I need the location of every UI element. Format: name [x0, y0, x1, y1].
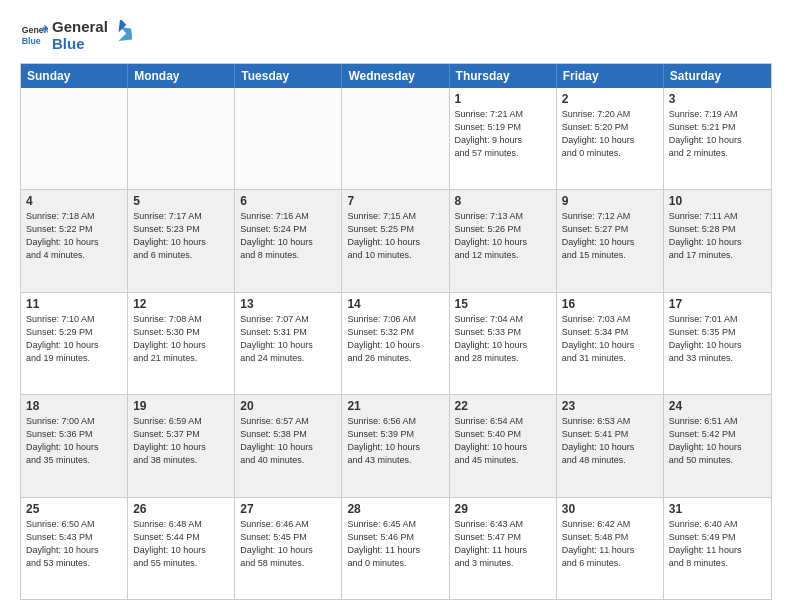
day-number-20: 20 — [240, 399, 336, 413]
day-number-5: 5 — [133, 194, 229, 208]
logo-general: General — [52, 18, 108, 35]
page: General Blue General Blue SundayMondayTu… — [0, 0, 792, 612]
day-number-2: 2 — [562, 92, 658, 106]
day-number-23: 23 — [562, 399, 658, 413]
day-number-1: 1 — [455, 92, 551, 106]
cal-day-26: 26Sunrise: 6:48 AM Sunset: 5:44 PM Dayli… — [128, 498, 235, 600]
day-number-30: 30 — [562, 502, 658, 516]
day-info-27: Sunrise: 6:46 AM Sunset: 5:45 PM Dayligh… — [240, 518, 336, 570]
cal-day-17: 17Sunrise: 7:01 AM Sunset: 5:35 PM Dayli… — [664, 293, 771, 395]
day-info-31: Sunrise: 6:40 AM Sunset: 5:49 PM Dayligh… — [669, 518, 766, 570]
day-info-22: Sunrise: 6:54 AM Sunset: 5:40 PM Dayligh… — [455, 415, 551, 467]
calendar-header-row: SundayMondayTuesdayWednesdayThursdayFrid… — [21, 64, 771, 88]
day-info-24: Sunrise: 6:51 AM Sunset: 5:42 PM Dayligh… — [669, 415, 766, 467]
day-number-14: 14 — [347, 297, 443, 311]
day-number-21: 21 — [347, 399, 443, 413]
cal-day-13: 13Sunrise: 7:07 AM Sunset: 5:31 PM Dayli… — [235, 293, 342, 395]
day-info-20: Sunrise: 6:57 AM Sunset: 5:38 PM Dayligh… — [240, 415, 336, 467]
day-info-3: Sunrise: 7:19 AM Sunset: 5:21 PM Dayligh… — [669, 108, 766, 160]
day-info-6: Sunrise: 7:16 AM Sunset: 5:24 PM Dayligh… — [240, 210, 336, 262]
cal-day-2: 2Sunrise: 7:20 AM Sunset: 5:20 PM Daylig… — [557, 88, 664, 190]
day-number-28: 28 — [347, 502, 443, 516]
day-number-29: 29 — [455, 502, 551, 516]
header-day-friday: Friday — [557, 64, 664, 88]
day-info-11: Sunrise: 7:10 AM Sunset: 5:29 PM Dayligh… — [26, 313, 122, 365]
cal-day-4: 4Sunrise: 7:18 AM Sunset: 5:22 PM Daylig… — [21, 190, 128, 292]
day-number-7: 7 — [347, 194, 443, 208]
cal-day-3: 3Sunrise: 7:19 AM Sunset: 5:21 PM Daylig… — [664, 88, 771, 190]
cal-day-1: 1Sunrise: 7:21 AM Sunset: 5:19 PM Daylig… — [450, 88, 557, 190]
cal-day-5: 5Sunrise: 7:17 AM Sunset: 5:23 PM Daylig… — [128, 190, 235, 292]
day-number-6: 6 — [240, 194, 336, 208]
day-info-17: Sunrise: 7:01 AM Sunset: 5:35 PM Dayligh… — [669, 313, 766, 365]
day-info-12: Sunrise: 7:08 AM Sunset: 5:30 PM Dayligh… — [133, 313, 229, 365]
day-number-11: 11 — [26, 297, 122, 311]
day-number-18: 18 — [26, 399, 122, 413]
day-info-13: Sunrise: 7:07 AM Sunset: 5:31 PM Dayligh… — [240, 313, 336, 365]
day-info-30: Sunrise: 6:42 AM Sunset: 5:48 PM Dayligh… — [562, 518, 658, 570]
day-info-10: Sunrise: 7:11 AM Sunset: 5:28 PM Dayligh… — [669, 210, 766, 262]
day-number-31: 31 — [669, 502, 766, 516]
logo: General Blue General Blue — [20, 18, 132, 53]
cal-empty-cell — [21, 88, 128, 190]
day-number-8: 8 — [455, 194, 551, 208]
day-number-4: 4 — [26, 194, 122, 208]
day-number-16: 16 — [562, 297, 658, 311]
day-info-16: Sunrise: 7:03 AM Sunset: 5:34 PM Dayligh… — [562, 313, 658, 365]
logo-icon: General Blue — [20, 21, 48, 49]
day-number-17: 17 — [669, 297, 766, 311]
header-day-sunday: Sunday — [21, 64, 128, 88]
day-number-12: 12 — [133, 297, 229, 311]
cal-day-30: 30Sunrise: 6:42 AM Sunset: 5:48 PM Dayli… — [557, 498, 664, 600]
day-info-2: Sunrise: 7:20 AM Sunset: 5:20 PM Dayligh… — [562, 108, 658, 160]
day-number-22: 22 — [455, 399, 551, 413]
day-info-23: Sunrise: 6:53 AM Sunset: 5:41 PM Dayligh… — [562, 415, 658, 467]
day-info-18: Sunrise: 7:00 AM Sunset: 5:36 PM Dayligh… — [26, 415, 122, 467]
cal-empty-cell — [128, 88, 235, 190]
header: General Blue General Blue — [20, 18, 772, 53]
calendar-row-2: 11Sunrise: 7:10 AM Sunset: 5:29 PM Dayli… — [21, 292, 771, 395]
day-info-4: Sunrise: 7:18 AM Sunset: 5:22 PM Dayligh… — [26, 210, 122, 262]
cal-day-19: 19Sunrise: 6:59 AM Sunset: 5:37 PM Dayli… — [128, 395, 235, 497]
cal-day-18: 18Sunrise: 7:00 AM Sunset: 5:36 PM Dayli… — [21, 395, 128, 497]
cal-day-11: 11Sunrise: 7:10 AM Sunset: 5:29 PM Dayli… — [21, 293, 128, 395]
day-number-26: 26 — [133, 502, 229, 516]
cal-day-24: 24Sunrise: 6:51 AM Sunset: 5:42 PM Dayli… — [664, 395, 771, 497]
day-info-7: Sunrise: 7:15 AM Sunset: 5:25 PM Dayligh… — [347, 210, 443, 262]
calendar-row-3: 18Sunrise: 7:00 AM Sunset: 5:36 PM Dayli… — [21, 394, 771, 497]
logo-blue: Blue — [52, 35, 108, 52]
cal-day-10: 10Sunrise: 7:11 AM Sunset: 5:28 PM Dayli… — [664, 190, 771, 292]
day-number-19: 19 — [133, 399, 229, 413]
day-info-28: Sunrise: 6:45 AM Sunset: 5:46 PM Dayligh… — [347, 518, 443, 570]
cal-day-8: 8Sunrise: 7:13 AM Sunset: 5:26 PM Daylig… — [450, 190, 557, 292]
calendar-body: 1Sunrise: 7:21 AM Sunset: 5:19 PM Daylig… — [21, 88, 771, 600]
cal-day-9: 9Sunrise: 7:12 AM Sunset: 5:27 PM Daylig… — [557, 190, 664, 292]
header-day-saturday: Saturday — [664, 64, 771, 88]
day-number-24: 24 — [669, 399, 766, 413]
day-info-9: Sunrise: 7:12 AM Sunset: 5:27 PM Dayligh… — [562, 210, 658, 262]
day-number-10: 10 — [669, 194, 766, 208]
header-day-tuesday: Tuesday — [235, 64, 342, 88]
cal-day-7: 7Sunrise: 7:15 AM Sunset: 5:25 PM Daylig… — [342, 190, 449, 292]
cal-day-23: 23Sunrise: 6:53 AM Sunset: 5:41 PM Dayli… — [557, 395, 664, 497]
header-day-wednesday: Wednesday — [342, 64, 449, 88]
cal-day-29: 29Sunrise: 6:43 AM Sunset: 5:47 PM Dayli… — [450, 498, 557, 600]
day-info-8: Sunrise: 7:13 AM Sunset: 5:26 PM Dayligh… — [455, 210, 551, 262]
cal-day-28: 28Sunrise: 6:45 AM Sunset: 5:46 PM Dayli… — [342, 498, 449, 600]
cal-empty-cell — [235, 88, 342, 190]
cal-day-16: 16Sunrise: 7:03 AM Sunset: 5:34 PM Dayli… — [557, 293, 664, 395]
cal-empty-cell — [342, 88, 449, 190]
day-number-15: 15 — [455, 297, 551, 311]
calendar-row-1: 4Sunrise: 7:18 AM Sunset: 5:22 PM Daylig… — [21, 189, 771, 292]
day-info-21: Sunrise: 6:56 AM Sunset: 5:39 PM Dayligh… — [347, 415, 443, 467]
logo-arrow-icon — [110, 20, 132, 42]
day-info-5: Sunrise: 7:17 AM Sunset: 5:23 PM Dayligh… — [133, 210, 229, 262]
calendar: SundayMondayTuesdayWednesdayThursdayFrid… — [20, 63, 772, 601]
day-info-15: Sunrise: 7:04 AM Sunset: 5:33 PM Dayligh… — [455, 313, 551, 365]
calendar-row-0: 1Sunrise: 7:21 AM Sunset: 5:19 PM Daylig… — [21, 88, 771, 190]
cal-day-31: 31Sunrise: 6:40 AM Sunset: 5:49 PM Dayli… — [664, 498, 771, 600]
cal-day-25: 25Sunrise: 6:50 AM Sunset: 5:43 PM Dayli… — [21, 498, 128, 600]
day-info-25: Sunrise: 6:50 AM Sunset: 5:43 PM Dayligh… — [26, 518, 122, 570]
cal-day-15: 15Sunrise: 7:04 AM Sunset: 5:33 PM Dayli… — [450, 293, 557, 395]
day-number-27: 27 — [240, 502, 336, 516]
